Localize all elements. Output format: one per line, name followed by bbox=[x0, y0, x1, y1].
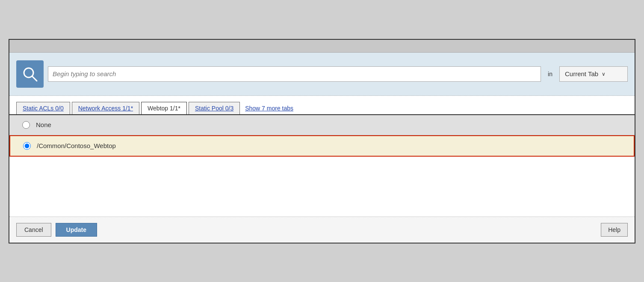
option-contoso-radio[interactable] bbox=[23, 142, 31, 150]
search-input[interactable] bbox=[48, 66, 541, 82]
tab-network-access[interactable]: Network Access 1/1* bbox=[72, 102, 139, 114]
tab-static-pool[interactable]: Static Pool 0/3 bbox=[189, 102, 240, 114]
chevron-down-icon: ∨ bbox=[602, 71, 606, 77]
option-none-label[interactable]: None bbox=[36, 121, 51, 128]
scope-dropdown[interactable]: Current Tab ∨ bbox=[559, 66, 628, 82]
search-icon-box bbox=[16, 60, 44, 88]
option-contoso-label[interactable]: /Common/Contoso_Webtop bbox=[37, 142, 116, 149]
tabs-area: Static ACLs 0/0 Network Access 1/1* Webt… bbox=[9, 96, 635, 115]
scope-label: Current Tab bbox=[565, 70, 598, 77]
cancel-button[interactable]: Cancel bbox=[16, 223, 51, 237]
svg-line-1 bbox=[32, 76, 37, 81]
option-none-row: None bbox=[9, 115, 635, 135]
dialog: in Current Tab ∨ Static ACLs 0/0 Network… bbox=[9, 39, 635, 243]
search-area: in Current Tab ∨ bbox=[9, 53, 635, 96]
bottom-bar: Cancel Update Help bbox=[9, 217, 635, 243]
empty-space bbox=[9, 157, 635, 217]
option-contoso-row: /Common/Contoso_Webtop bbox=[9, 135, 635, 157]
title-bar bbox=[9, 40, 635, 53]
content-area: None /Common/Contoso_Webtop bbox=[9, 115, 635, 217]
search-icon bbox=[21, 65, 38, 83]
tab-static-acls[interactable]: Static ACLs 0/0 bbox=[16, 102, 70, 114]
tab-webtop[interactable]: Webtop 1/1* bbox=[141, 102, 187, 114]
option-none-radio[interactable] bbox=[22, 121, 30, 129]
update-button[interactable]: Update bbox=[56, 223, 97, 237]
help-button[interactable]: Help bbox=[601, 223, 628, 237]
in-label: in bbox=[548, 71, 552, 77]
show-more-tabs-link[interactable]: Show 7 more tabs bbox=[245, 105, 293, 114]
